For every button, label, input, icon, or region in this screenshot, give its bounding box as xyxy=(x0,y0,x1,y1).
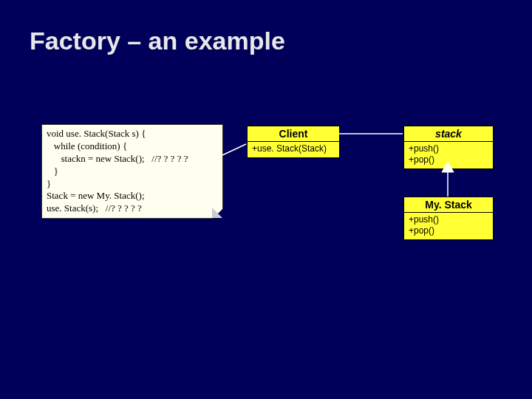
uml-class-stack-name: stack xyxy=(404,126,493,142)
page-title: Factory – an example xyxy=(30,27,285,55)
uml-class-client-members: +use. Stack(Stack) xyxy=(248,142,339,157)
uml-class-stack: stack +push() +pop() xyxy=(403,126,494,169)
code-note-body: void use. Stack(Stack s) { while (condit… xyxy=(42,125,222,218)
uml-member: +use. Stack(Stack) xyxy=(252,143,335,154)
uml-member: +pop() xyxy=(409,154,488,166)
uml-class-mystack-name: My. Stack xyxy=(404,197,493,213)
uml-class-client: Client +use. Stack(Stack) xyxy=(247,126,340,158)
uml-class-mystack-members: +push() +pop() xyxy=(404,213,493,239)
code-note: void use. Stack(Stack s) { while (condit… xyxy=(41,124,223,219)
note-corner-fold-highlight xyxy=(212,208,222,218)
uml-class-client-name: Client xyxy=(248,126,339,142)
uml-member: +pop() xyxy=(409,225,488,236)
uml-class-stack-members: +push() +pop() xyxy=(404,142,493,168)
uml-member: +push() xyxy=(409,143,488,154)
uml-member: +push() xyxy=(409,214,488,225)
uml-class-mystack: My. Stack +push() +pop() xyxy=(403,197,494,240)
slide: Factory – an example void use. Stack(Sta… xyxy=(0,0,532,399)
note-anchor xyxy=(222,144,246,155)
